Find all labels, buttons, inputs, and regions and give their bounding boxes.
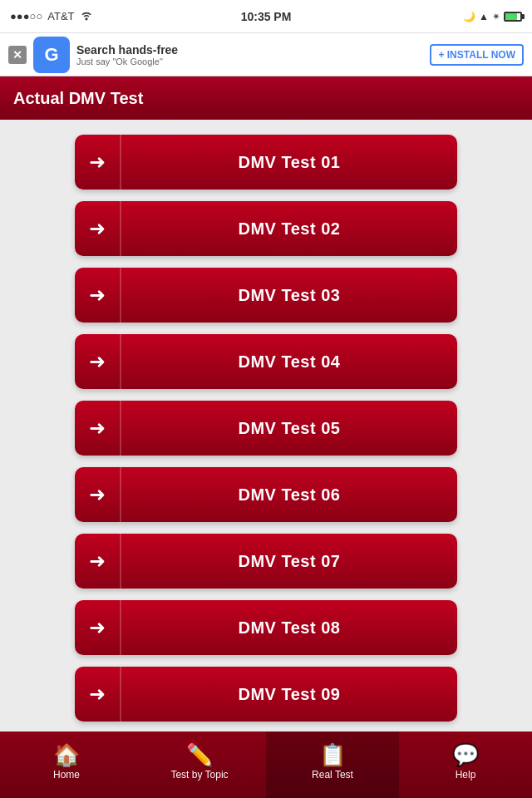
home-icon: 🏠: [53, 744, 80, 766]
tab-test-by-topic-label: Test by Topic: [170, 769, 228, 781]
arrow-right-icon: ➜: [89, 416, 106, 440]
test-button-09[interactable]: ➜ DMV Test 09: [75, 667, 457, 722]
arrow-right-icon: ➜: [89, 217, 106, 240]
tab-real-test[interactable]: 📋 Real Test: [266, 732, 399, 798]
arrow-box: ➜: [75, 268, 121, 323]
test-button-07[interactable]: ➜ DMV Test 07: [75, 534, 457, 589]
tab-bar: 🏠 Home ✏️ Test by Topic 📋 Real Test 💬 He…: [0, 732, 532, 798]
arrow-right-icon: ➜: [89, 483, 106, 506]
wifi-icon: [80, 9, 93, 23]
test-label: DMV Test 03: [121, 286, 457, 305]
arrow-right-icon: ➜: [89, 616, 106, 639]
test-label: DMV Test 07: [121, 552, 457, 571]
arrow-box: ➜: [75, 401, 121, 456]
tab-help[interactable]: 💬 Help: [399, 732, 532, 798]
page-header: Actual DMV Test: [0, 76, 532, 120]
ad-banner: ✕ G Search hands-free Just say "Ok Googl…: [0, 33, 532, 76]
real-test-icon: 📋: [319, 744, 346, 766]
arrow-right-icon: ➜: [89, 682, 106, 706]
edit-icon: ✏️: [186, 744, 213, 766]
arrow-box: ➜: [75, 534, 121, 589]
test-button-08[interactable]: ➜ DMV Test 08: [75, 600, 457, 655]
location-icon: ▲: [479, 11, 489, 22]
arrow-right-icon: ➜: [89, 150, 106, 174]
signal-dots: ●●●○○: [10, 10, 42, 22]
test-button-03[interactable]: ➜ DMV Test 03: [75, 268, 457, 323]
battery-icon: [504, 12, 522, 22]
ad-text-block: Search hands-free Just say "Ok Google": [76, 43, 430, 66]
arrow-box: ➜: [75, 467, 121, 522]
test-label: DMV Test 01: [121, 153, 457, 172]
arrow-box: ➜: [75, 201, 121, 256]
ad-install-button[interactable]: + INSTALL NOW: [430, 44, 524, 66]
test-label: DMV Test 04: [121, 352, 457, 372]
test-button-02[interactable]: ➜ DMV Test 02: [75, 201, 457, 256]
moon-icon: 🌙: [463, 11, 475, 22]
status-left: ●●●○○ AT&T: [10, 9, 93, 23]
arrow-box: ➜: [75, 135, 121, 190]
carrier-label: AT&T: [47, 10, 74, 22]
status-bar: ●●●○○ AT&T 10:35 PM 🌙 ▲ ✴: [0, 0, 532, 33]
test-button-05[interactable]: ➜ DMV Test 05: [75, 401, 457, 456]
tab-real-test-label: Real Test: [312, 769, 353, 781]
ad-logo: G: [33, 37, 70, 73]
tab-home[interactable]: 🏠 Home: [0, 732, 133, 798]
tab-home-label: Home: [53, 769, 80, 781]
test-label: DMV Test 09: [121, 685, 457, 704]
google-logo-text: G: [44, 44, 58, 66]
arrow-box: ➜: [75, 334, 121, 389]
test-button-06[interactable]: ➜ DMV Test 06: [75, 467, 457, 522]
test-label: DMV Test 08: [121, 618, 457, 638]
tab-help-label: Help: [456, 769, 476, 781]
ad-title: Search hands-free: [76, 43, 430, 57]
arrow-right-icon: ➜: [89, 549, 106, 573]
status-right: 🌙 ▲ ✴: [463, 11, 522, 22]
arrow-box: ➜: [75, 600, 121, 655]
test-label: DMV Test 06: [121, 485, 457, 505]
test-label: DMV Test 05: [121, 419, 457, 438]
help-icon: 💬: [452, 744, 479, 766]
bluetooth-icon: ✴: [492, 11, 500, 22]
test-button-01[interactable]: ➜ DMV Test 01: [75, 135, 457, 190]
arrow-box: ➜: [75, 667, 121, 722]
ad-close-button[interactable]: ✕: [8, 46, 27, 64]
tab-test-by-topic[interactable]: ✏️ Test by Topic: [133, 732, 266, 798]
test-label: DMV Test 02: [121, 219, 457, 239]
time-display: 10:35 PM: [241, 10, 292, 23]
ad-subtitle: Just say "Ok Google": [76, 57, 430, 66]
arrow-right-icon: ➜: [89, 350, 106, 373]
arrow-right-icon: ➜: [89, 283, 106, 307]
page-title: Actual DMV Test: [13, 89, 143, 108]
test-button-04[interactable]: ➜ DMV Test 04: [75, 334, 457, 389]
test-list: ➜ DMV Test 01 ➜ DMV Test 02 ➜ DMV Test 0…: [0, 120, 532, 732]
